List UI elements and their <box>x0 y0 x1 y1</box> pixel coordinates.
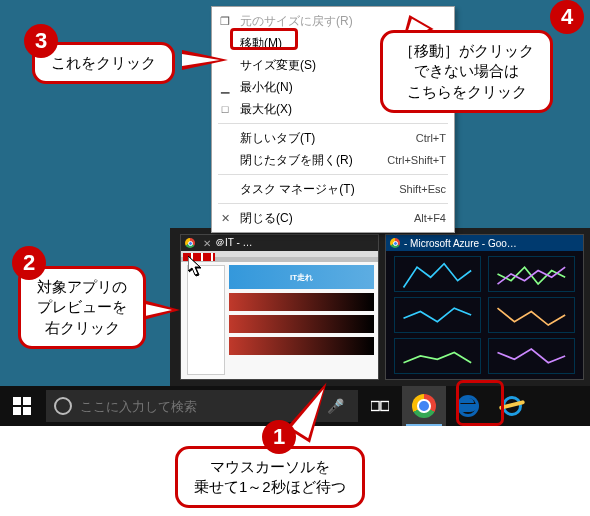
svg-rect-5 <box>381 402 389 411</box>
svg-rect-1 <box>23 397 31 405</box>
step-badge-4: 4 <box>550 0 584 34</box>
menu-close-label: 閉じる(C) <box>240 210 408 227</box>
ad-banner: IT走れ <box>229 265 374 289</box>
mouse-cursor-icon <box>188 256 202 276</box>
thumb-title: - Microsoft Azure - Goo… <box>404 238 517 249</box>
task-view-button[interactable] <box>358 386 402 426</box>
menu-new-tab-key: Ctrl+T <box>416 132 446 144</box>
chrome-icon <box>185 238 195 248</box>
callout-step-2: 対象アプリの プレビューを 右クリック <box>18 266 146 349</box>
minimize-icon: ▁ <box>216 81 234 94</box>
menu-new-tab[interactable]: 新しいタブ(T) Ctrl+T <box>212 127 454 149</box>
thumb-body: IT走れ <box>181 251 378 379</box>
edge-icon <box>457 395 479 417</box>
callout-text: ［移動］がクリック できない場合は こちらをクリック <box>399 42 534 100</box>
callout-step-1: マウスカーソルを 乗せて1～2秒ほど待つ <box>175 446 365 509</box>
taskbar-app-ie[interactable] <box>490 386 534 426</box>
chrome-icon <box>412 394 436 418</box>
menu-task-manager-label: タスク マネージャ(T) <box>240 181 393 198</box>
menu-separator <box>218 123 448 124</box>
taskbar-app-chrome[interactable] <box>402 386 446 426</box>
menu-reopen-tab[interactable]: 閉じたタブを開く(R) Ctrl+Shift+T <box>212 149 454 171</box>
preview-thumb-2[interactable]: - Microsoft Azure - Goo… <box>385 234 584 380</box>
svg-rect-3 <box>23 407 31 415</box>
start-button[interactable] <box>0 386 44 426</box>
maximize-icon: □ <box>216 103 234 115</box>
menu-task-manager-key: Shift+Esc <box>399 183 446 195</box>
ie-icon <box>501 395 523 417</box>
restore-icon: ❐ <box>216 15 234 28</box>
menu-close[interactable]: ✕ 閉じる(C) Alt+F4 <box>212 207 454 229</box>
menu-separator <box>218 174 448 175</box>
thumb-title: ＠IT - … <box>215 236 253 250</box>
menu-close-key: Alt+F4 <box>414 212 446 224</box>
close-icon: ✕ <box>216 212 234 225</box>
callout-text: 対象アプリの プレビューを 右クリック <box>37 278 127 336</box>
chrome-icon <box>390 238 400 248</box>
taskbar-app-edge[interactable] <box>446 386 490 426</box>
cortana-icon <box>54 397 72 415</box>
search-input[interactable] <box>80 399 313 414</box>
menu-new-tab-label: 新しいタブ(T) <box>240 130 410 147</box>
thumb-close-icon[interactable]: ✕ <box>203 238 211 249</box>
menu-separator <box>218 203 448 204</box>
preview-thumb-1[interactable]: ✕ ＠IT - … IT走れ <box>180 234 379 380</box>
callout-text: マウスカーソルを 乗せて1～2秒ほど待つ <box>194 458 346 495</box>
thumb-titlebar: ✕ ＠IT - … <box>181 235 378 251</box>
menu-reopen-tab-key: Ctrl+Shift+T <box>387 154 446 166</box>
step-badge-1: 1 <box>262 420 296 454</box>
svg-rect-2 <box>13 407 21 415</box>
callout-step-4: ［移動］がクリック できない場合は こちらをクリック <box>380 30 553 113</box>
thumb-titlebar: - Microsoft Azure - Goo… <box>386 235 583 251</box>
callout-tail <box>182 50 228 70</box>
thumb-body <box>386 251 583 379</box>
svg-rect-0 <box>13 397 21 405</box>
callout-text: これをクリック <box>51 54 156 71</box>
svg-rect-4 <box>371 402 379 411</box>
step-badge-3: 3 <box>24 24 58 58</box>
step-badge-2: 2 <box>12 246 46 280</box>
taskbar-preview-thumbnails: ✕ ＠IT - … IT走れ - Microsoft Azure - Goo… <box>170 228 590 386</box>
menu-reopen-tab-label: 閉じたタブを開く(R) <box>240 152 381 169</box>
menu-task-manager[interactable]: タスク マネージャ(T) Shift+Esc <box>212 178 454 200</box>
